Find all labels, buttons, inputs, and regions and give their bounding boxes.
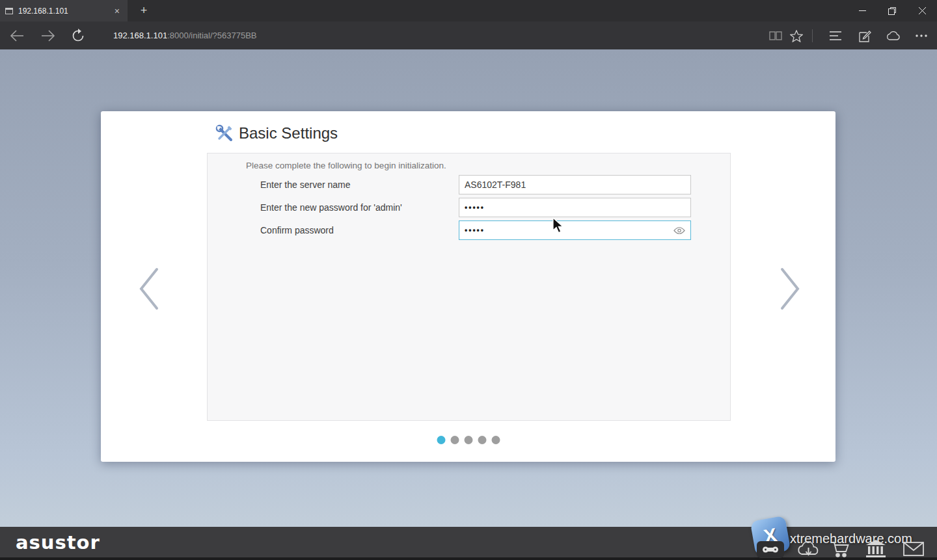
refresh-button[interactable] bbox=[68, 25, 88, 46]
minimize-button[interactable] bbox=[847, 0, 877, 21]
show-password-eye-icon[interactable] bbox=[673, 226, 685, 235]
bank-building-icon bbox=[865, 540, 886, 558]
page-title: Basic Settings bbox=[239, 124, 338, 142]
url-path: :8000/initial/?563775BB bbox=[167, 31, 256, 40]
close-button[interactable] bbox=[907, 0, 937, 21]
favorite-star-icon[interactable] bbox=[786, 25, 807, 46]
wizard-page: Basic Settings Please complete the follo… bbox=[0, 49, 937, 527]
basic-settings-card: Basic Settings Please complete the follo… bbox=[101, 111, 835, 462]
tools-icon bbox=[215, 124, 234, 142]
watermark-icons bbox=[757, 540, 927, 558]
gamepad-icon bbox=[757, 541, 784, 558]
pagination-dot[interactable] bbox=[492, 436, 500, 444]
back-button[interactable] bbox=[7, 25, 27, 46]
tab-close-icon[interactable]: × bbox=[112, 6, 122, 16]
browser-tab[interactable]: 192.168.1.101 × bbox=[0, 0, 128, 21]
asustor-logo: asustor bbox=[16, 531, 100, 553]
tab-title: 192.168.1.101 bbox=[18, 7, 112, 16]
share-icon[interactable] bbox=[883, 25, 904, 46]
new-password-input[interactable] bbox=[459, 198, 691, 217]
confirm-password-input[interactable] bbox=[459, 220, 691, 240]
confirm-password-label: Confirm password bbox=[260, 220, 334, 240]
more-options-icon[interactable] bbox=[911, 25, 932, 46]
url-host: 192.168.1.101 bbox=[113, 31, 167, 40]
restore-button[interactable] bbox=[877, 0, 907, 21]
server-name-input[interactable] bbox=[459, 175, 691, 194]
cloud-download-icon bbox=[796, 540, 822, 558]
intro-text: Please complete the following to begin i… bbox=[246, 161, 446, 170]
hub-icon[interactable] bbox=[825, 25, 846, 46]
forward-button[interactable] bbox=[38, 25, 59, 46]
settings-panel: Please complete the following to begin i… bbox=[207, 153, 731, 421]
mouse-cursor bbox=[552, 217, 566, 234]
pagination-dots bbox=[435, 435, 503, 447]
pagination-dot[interactable] bbox=[465, 436, 473, 444]
mail-envelope-icon bbox=[903, 542, 924, 556]
browser-window: 192.168.1.101 × + bbox=[0, 0, 937, 560]
pagination-dot[interactable] bbox=[437, 436, 446, 444]
toolbar-divider bbox=[812, 29, 813, 42]
new-tab-button[interactable]: + bbox=[134, 0, 154, 21]
address-bar[interactable]: 192.168.1.101:8000/initial/?563775BB bbox=[113, 21, 256, 49]
shopping-cart-icon bbox=[830, 541, 850, 558]
titlebar: 192.168.1.101 × + bbox=[0, 0, 937, 21]
reading-view-icon[interactable] bbox=[765, 25, 786, 46]
window-controls bbox=[847, 0, 937, 21]
server-name-label: Enter the server name bbox=[260, 175, 351, 194]
pagination-dot[interactable] bbox=[451, 436, 459, 444]
new-password-label: Enter the new password for 'admin' bbox=[260, 198, 402, 217]
navigation-bar: 192.168.1.101:8000/initial/?563775BB bbox=[0, 21, 937, 49]
web-note-icon[interactable] bbox=[854, 25, 875, 46]
tab-favicon-icon bbox=[5, 8, 13, 14]
pagination-dot[interactable] bbox=[478, 436, 487, 444]
next-step-button[interactable] bbox=[773, 266, 806, 312]
previous-step-button[interactable] bbox=[133, 266, 166, 312]
